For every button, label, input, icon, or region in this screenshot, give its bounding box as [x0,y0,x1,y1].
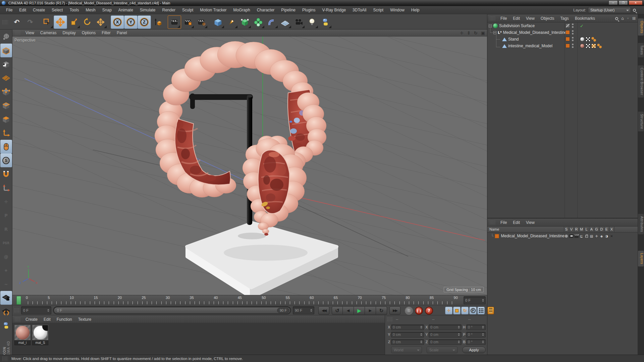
timeline-ruler[interactable]: 051015202530354045505560657075808590 0 F [12,295,487,305]
next-key-button[interactable]: ↻ [376,306,387,315]
object-manager-grip[interactable] [489,16,495,21]
menu-pipeline[interactable]: Pipeline [278,8,299,12]
live-selection-tool[interactable] [40,15,54,29]
phong-tag-icon[interactable] [591,37,596,42]
axis-mode-button[interactable] [0,126,12,140]
python-tag-button[interactable] [0,318,12,332]
tree-row-subdivision-surface[interactable]: Subdivision Surface ✓ [487,22,638,29]
scale-dropdown[interactable]: Scale [427,347,458,353]
object-label[interactable]: intestine_medical_Model [508,44,552,48]
menu-sculpt[interactable]: Sculpt [179,8,197,12]
disabled-tool-psr[interactable]: PSR [0,236,12,250]
snap-toggle-button[interactable] [0,167,12,181]
om-menu-file[interactable]: File [497,16,510,21]
light-button[interactable] [305,15,319,29]
spline-pen-button[interactable] [225,15,238,29]
minimize-button[interactable]: ─ [608,0,618,5]
record-options-button[interactable]: ( ) [415,307,423,315]
visibility-dots[interactable] [572,23,574,28]
viewport-menu-display[interactable]: Display [59,31,78,35]
redo-button[interactable]: ↷ [23,15,37,29]
viewport-canvas[interactable]: Y X Z Perspective Grid Spacing : 10 cm [12,37,487,295]
scale-tool[interactable] [67,15,80,29]
menu-plugins[interactable]: Plugins [299,8,319,12]
disabled-tool-misc[interactable]: ~ [0,277,12,291]
viewport-grip[interactable] [14,31,20,35]
subdivision-surface-icon[interactable] [493,23,498,28]
material-preview-intestine[interactable] [14,325,31,340]
subdivision-surface-button[interactable] [238,15,252,29]
maximize-button[interactable]: ❐ [619,0,628,5]
menu-tools[interactable]: Tools [66,8,82,12]
lp-menu-file[interactable]: File [497,220,510,225]
viewport-menu-options[interactable]: Options [79,31,99,35]
timeline-window-button[interactable] [487,307,494,314]
viewport-orbit-icon[interactable]: ↻ [474,31,478,36]
mat-menu-edit[interactable]: Edit [41,317,54,322]
mat-menu-create[interactable]: Create [22,317,41,322]
layer-swatch[interactable] [566,44,570,48]
om-menu-objects[interactable]: Objects [538,16,557,21]
menu-motion-tracker[interactable]: Motion Tracker [197,8,230,12]
viewport-menu-panel[interactable]: Panel [114,31,130,35]
viewport-pan-icon[interactable]: ✛ [460,31,464,36]
expander-icon[interactable] [493,31,496,34]
apply-button[interactable]: Apply [462,347,486,353]
filter-icon[interactable]: ◦ [627,16,629,21]
search-icon[interactable] [633,9,636,12]
menu-create[interactable]: Create [30,8,48,12]
polygons-mode-button[interactable] [0,112,12,126]
tab-objects[interactable]: Objects [638,18,644,36]
lock-x-axis-button[interactable]: X [111,15,124,29]
next-frame-button[interactable]: ▶ [365,306,376,315]
uvw-tag-icon[interactable] [586,44,590,48]
range-pill[interactable]: 0 F 90 F [54,307,290,313]
om-menu-bookmarks[interactable]: Bookmarks [572,16,598,21]
material-item[interactable]: mat_S [32,325,48,353]
viewport-menu-view[interactable]: View [22,31,37,35]
tab-attributes[interactable]: Attributes [638,214,644,234]
lock-y-axis-button[interactable]: Y [124,15,138,29]
tree-row-medical-model[interactable]: L⁰ Medical_Model_Diseased_Intestine [487,29,638,36]
size-z-field[interactable]: 0 cm [429,339,462,345]
menu-mesh[interactable]: Mesh [82,8,99,12]
go-to-start-button[interactable]: ◀◀ [318,306,329,315]
edges-mode-button[interactable] [0,99,12,112]
layer-label[interactable]: Medical_Model_Diseased_Intestine [501,234,565,238]
coordinates-grip[interactable] [387,317,393,322]
disabled-tool-plus[interactable]: ✛ [0,195,12,208]
object-label[interactable]: Stand [508,37,519,42]
uvw-tag-icon[interactable] [586,37,590,42]
model-mode-button[interactable] [0,44,12,57]
size-x-field[interactable]: 0 cm [429,324,462,330]
om-search-icon[interactable] [615,17,618,20]
texture-mode-button[interactable] [0,57,12,71]
pos-z-field[interactable]: 0 cm [391,339,424,345]
python-button[interactable] [319,15,332,29]
lock-z-axis-button[interactable]: Z [138,15,151,29]
viewport-menu-cameras[interactable]: Cameras [37,31,60,35]
camera-label[interactable]: Perspective [14,38,36,43]
object-label[interactable]: Subdivision Surface [499,23,535,28]
tab-takes[interactable]: Takes [638,43,644,57]
menu-window[interactable]: Window [387,8,408,12]
floor-button[interactable] [278,15,292,29]
material-item[interactable]: mat_i [14,325,31,353]
add-bookmark-icon[interactable]: ⊞ [632,16,636,21]
disabled-tool-pin[interactable]: ⌖ [0,263,12,277]
viewport-menu-filter[interactable]: Filter [99,31,114,35]
visibility-dots[interactable] [572,30,574,35]
layout-dropdown[interactable]: Startup (User) [588,7,631,13]
viewport-solo-button[interactable] [0,140,12,154]
workplane-axis-button[interactable] [0,181,12,195]
visibility-dots[interactable] [572,44,574,48]
generators-icon[interactable]: ✛ [594,234,599,238]
make-editable-button[interactable] [0,30,12,44]
toolbar-grip[interactable] [2,20,8,24]
material-tag-icon[interactable] [580,44,585,48]
home-icon[interactable]: ⌂ [621,16,624,21]
key-rotation-toggle[interactable]: ↻ [461,307,469,314]
menu-render[interactable]: Render [159,8,179,12]
menu-script[interactable]: Script [370,8,387,12]
layer-row[interactable]: └ Medical_Model_Diseased_Intestine ⊑ ▤ ✛… [487,233,638,239]
